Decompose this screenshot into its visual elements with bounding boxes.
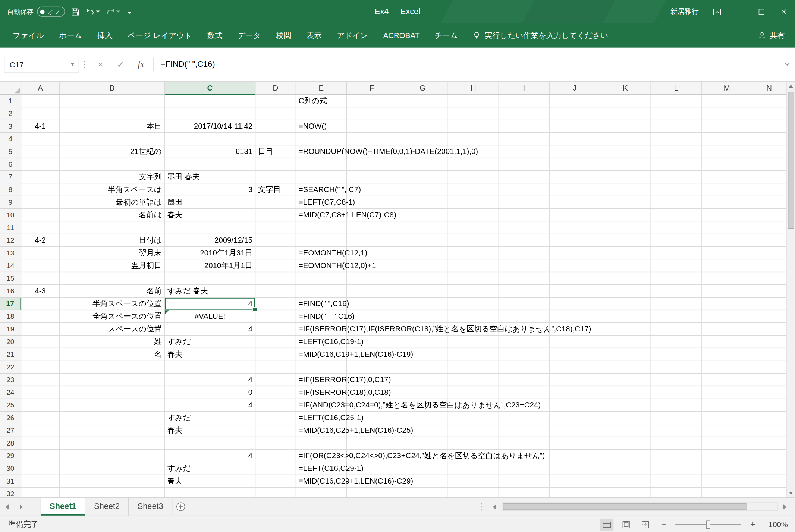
cell-M10[interactable] xyxy=(702,209,752,221)
cell-H9[interactable] xyxy=(448,196,499,209)
select-all-button[interactable] xyxy=(0,82,21,95)
cell-I6[interactable] xyxy=(499,158,550,171)
cell-N11[interactable] xyxy=(752,221,786,234)
cell-B24[interactable] xyxy=(60,386,164,399)
cell-I28[interactable] xyxy=(499,437,550,450)
cell-M24[interactable] xyxy=(702,386,752,399)
cell-C6[interactable] xyxy=(165,158,255,171)
cell-N24[interactable] xyxy=(752,386,786,399)
cell-N20[interactable] xyxy=(752,336,786,348)
cell-L30[interactable] xyxy=(651,462,702,475)
cell-H10[interactable] xyxy=(448,209,499,221)
cell-K10[interactable] xyxy=(600,209,651,221)
tell-me-box[interactable]: 実行したい作業を入力してください xyxy=(472,31,608,40)
cell-A31[interactable] xyxy=(21,475,60,488)
row-header-23[interactable]: 23 xyxy=(0,374,21,386)
cell-J1[interactable] xyxy=(550,95,600,107)
cell-N14[interactable] xyxy=(752,259,786,272)
cell-I18[interactable] xyxy=(499,310,550,323)
cell-A22[interactable] xyxy=(21,361,60,374)
cell-L7[interactable] xyxy=(651,171,702,183)
cell-J7[interactable] xyxy=(550,171,600,183)
cell-G4[interactable] xyxy=(398,133,448,145)
cell-F18[interactable] xyxy=(347,310,398,323)
cell-B8[interactable]: 半角スペースは xyxy=(60,183,164,196)
cell-K32[interactable] xyxy=(600,488,651,497)
cell-K6[interactable] xyxy=(600,158,651,171)
cell-J18[interactable] xyxy=(550,310,600,323)
cell-C11[interactable] xyxy=(165,221,255,234)
cell-A13[interactable] xyxy=(21,247,60,259)
cell-D23[interactable] xyxy=(255,374,296,386)
cell-C32[interactable] xyxy=(165,488,255,497)
share-button[interactable]: 共有 xyxy=(758,31,795,40)
cell-G3[interactable] xyxy=(398,120,448,133)
cell-F28[interactable] xyxy=(347,437,398,450)
cell-C19[interactable]: 4 xyxy=(165,323,255,336)
zoom-slider[interactable] xyxy=(675,524,741,525)
cell-M7[interactable] xyxy=(702,171,752,183)
scroll-left-button[interactable] xyxy=(489,502,499,511)
cell-D10[interactable] xyxy=(255,209,296,221)
close-button[interactable] xyxy=(773,0,795,23)
cell-E2[interactable] xyxy=(296,107,347,120)
cell-J6[interactable] xyxy=(550,158,600,171)
cell-K7[interactable] xyxy=(600,171,651,183)
cell-F15[interactable] xyxy=(347,272,398,285)
cell-K18[interactable] xyxy=(600,310,651,323)
cell-I24[interactable] xyxy=(499,386,550,399)
cell-J3[interactable] xyxy=(550,120,600,133)
cell-J22[interactable] xyxy=(550,361,600,374)
cell-F22[interactable] xyxy=(347,361,398,374)
cell-B23[interactable] xyxy=(60,374,164,386)
cell-F8[interactable] xyxy=(347,183,398,196)
cell-D15[interactable] xyxy=(255,272,296,285)
cell-F11[interactable] xyxy=(347,221,398,234)
cell-A18[interactable] xyxy=(21,310,60,323)
cell-I19[interactable] xyxy=(499,323,550,336)
cell-J24[interactable] xyxy=(550,386,600,399)
cell-D28[interactable] xyxy=(255,437,296,450)
cell-M14[interactable] xyxy=(702,259,752,272)
cell-J17[interactable] xyxy=(550,298,600,310)
cell-L31[interactable] xyxy=(651,475,702,488)
cell-F1[interactable] xyxy=(347,95,398,107)
cell-A14[interactable] xyxy=(21,259,60,272)
cell-N28[interactable] xyxy=(752,437,786,450)
cell-L13[interactable] xyxy=(651,247,702,259)
cell-G16[interactable] xyxy=(398,285,448,298)
cell-I11[interactable] xyxy=(499,221,550,234)
cell-D9[interactable] xyxy=(255,196,296,209)
cell-E12[interactable] xyxy=(296,234,347,247)
cell-C7[interactable]: 墨田 春夫 xyxy=(165,171,255,183)
cell-D29[interactable] xyxy=(255,450,296,462)
fill-handle[interactable] xyxy=(252,307,257,312)
cell-N12[interactable] xyxy=(752,234,786,247)
cell-H1[interactable] xyxy=(448,95,499,107)
cell-K16[interactable] xyxy=(600,285,651,298)
cell-C27[interactable]: 春夫 xyxy=(165,424,255,437)
cell-E18[interactable]: =FIND(” ”,C16) xyxy=(296,310,347,323)
cell-K9[interactable] xyxy=(600,196,651,209)
cancel-entry-button[interactable]: × xyxy=(90,56,110,73)
cell-A1[interactable] xyxy=(21,95,60,107)
cell-K8[interactable] xyxy=(600,183,651,196)
cell-D30[interactable] xyxy=(255,462,296,475)
cell-C5[interactable]: 6131 xyxy=(165,145,255,158)
cell-B27[interactable] xyxy=(60,424,164,437)
cell-D12[interactable] xyxy=(255,234,296,247)
column-header-N[interactable]: N xyxy=(752,82,786,95)
cell-M32[interactable] xyxy=(702,488,752,497)
cell-N23[interactable] xyxy=(752,374,786,386)
cell-L12[interactable] xyxy=(651,234,702,247)
cell-C31[interactable]: 春夫 xyxy=(165,475,255,488)
row-header-2[interactable]: 2 xyxy=(0,107,21,120)
cell-G25[interactable] xyxy=(398,399,448,412)
cell-D6[interactable] xyxy=(255,158,296,171)
cell-N6[interactable] xyxy=(752,158,786,171)
cell-I20[interactable] xyxy=(499,336,550,348)
cell-G2[interactable] xyxy=(398,107,448,120)
cell-C21[interactable]: 春夫 xyxy=(165,348,255,361)
cell-G32[interactable] xyxy=(398,488,448,497)
insert-function-button[interactable]: fx xyxy=(131,56,151,73)
